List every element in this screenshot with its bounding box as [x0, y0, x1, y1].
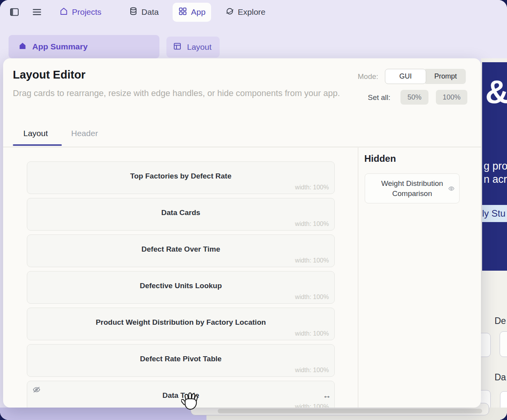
- divider: [3, 147, 481, 147]
- set-all-50-button[interactable]: 50%: [400, 90, 428, 105]
- home-icon: [59, 7, 68, 18]
- active-tab-underline: [13, 144, 62, 146]
- menu-icon[interactable]: [30, 5, 44, 19]
- planet-icon: [225, 7, 234, 18]
- hero-badge: ly Stu: [482, 205, 507, 222]
- layout-editor-modal: Layout Editor Drag cards to rearrange, r…: [3, 58, 481, 408]
- nav-projects-label: Projects: [72, 7, 101, 17]
- home-filled-icon: [18, 41, 27, 52]
- nav-data-label: Data: [142, 7, 159, 17]
- eye-off-icon[interactable]: [32, 385, 41, 394]
- layout-card-weight-distribution[interactable]: Product Weight Distribution by Factory L…: [27, 308, 335, 340]
- database-icon: [129, 7, 138, 18]
- layout-card-defective-units-lookup[interactable]: Defective Units Lookup width: 100%: [27, 271, 335, 304]
- background-input[interactable]: [500, 331, 507, 357]
- hero-text-line2: n acr: [484, 173, 507, 186]
- tab-app-summary-label: App Summary: [32, 42, 87, 51]
- modal-title: Layout Editor: [13, 68, 86, 81]
- tab-layout[interactable]: Layout: [166, 37, 220, 58]
- divider: [358, 147, 358, 408]
- background-field-label-2: Da: [495, 372, 506, 383]
- background-field-label-1: De: [495, 316, 506, 326]
- modal-subtitle: Drag cards to rearrange, resize with edg…: [13, 87, 359, 100]
- resize-handle-icon[interactable]: ↔: [323, 390, 331, 401]
- hidden-card-weight-distribution[interactable]: Weight Distribution Comparison: [365, 173, 460, 203]
- card-width-label: width: 100%: [295, 330, 329, 337]
- top-navigation: Projects Data App Explore: [0, 0, 507, 24]
- hero-symbol: &: [485, 73, 507, 111]
- mode-gui-button[interactable]: GUI: [385, 69, 426, 84]
- set-all-100-button[interactable]: 100%: [436, 90, 467, 105]
- grid-icon: [178, 7, 187, 18]
- card-width-label: width: 100%: [295, 184, 329, 191]
- nav-app-label: App: [191, 7, 205, 17]
- layout-card-pivot-table[interactable]: Defect Rate Pivot Table width: 100%: [27, 344, 335, 377]
- mode-label: Mode:: [358, 72, 378, 81]
- card-width-label: width: 100%: [295, 367, 329, 374]
- nav-projects[interactable]: Projects: [54, 3, 107, 22]
- editor-tab-layout[interactable]: Layout: [23, 129, 48, 138]
- nav-explore-label: Explore: [238, 7, 266, 17]
- layout-card-data-cards[interactable]: Data Cards width: 100%: [27, 198, 335, 231]
- nav-data[interactable]: Data: [123, 3, 164, 22]
- hidden-section-heading: Hidden: [364, 153, 396, 164]
- mode-prompt-button[interactable]: Prompt: [425, 69, 466, 84]
- mode-toggle: GUI Prompt: [385, 69, 466, 84]
- layout-card-top-factories[interactable]: Top Factories by Defect Rate width: 100%: [27, 161, 335, 194]
- background-hero-panel: & g proc n acr ly Stu: [482, 62, 507, 271]
- eye-icon[interactable]: [448, 185, 455, 192]
- hero-text-line1: g proc: [484, 160, 507, 172]
- background-scrollbar[interactable]: [218, 409, 482, 413]
- tab-layout-label: Layout: [187, 42, 212, 52]
- layout-card-data-table[interactable]: Data Table ↔ width: 100%: [27, 381, 335, 408]
- nav-app[interactable]: App: [173, 3, 211, 22]
- layout-icon: [173, 42, 182, 53]
- sidebar-toggle-icon[interactable]: [8, 5, 21, 19]
- editor-tab-header[interactable]: Header: [71, 129, 98, 138]
- app-window: Projects Data App Explore App Summary: [0, 0, 507, 420]
- app-tab-row: App Summary Layout: [0, 34, 507, 59]
- card-width-label: width: 100%: [295, 220, 329, 228]
- card-width-label: width: 100%: [295, 403, 329, 408]
- card-width-label: width: 100%: [295, 257, 329, 264]
- layout-card-defect-rate-over-time[interactable]: Defect Rate Over Time width: 100%: [27, 234, 335, 267]
- tab-app-summary[interactable]: App Summary: [9, 35, 159, 58]
- set-all-label: Set all:: [368, 93, 390, 102]
- background-bottom-bar: [0, 408, 206, 420]
- screen: Projects Data App Explore App Summary: [0, 0, 507, 420]
- card-width-label: width: 100%: [295, 294, 329, 301]
- nav-explore[interactable]: Explore: [220, 3, 271, 22]
